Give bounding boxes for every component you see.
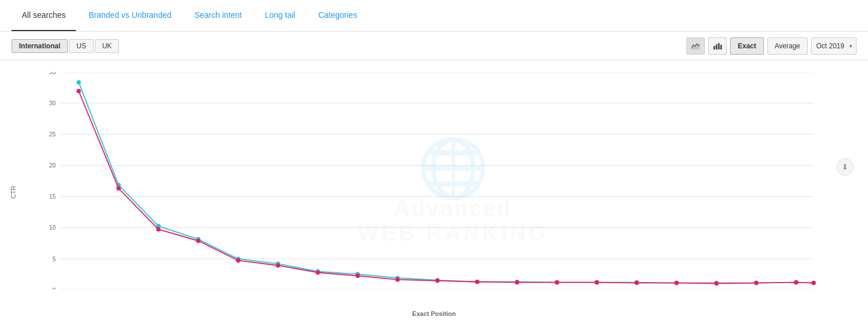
pink-line — [79, 91, 813, 283]
pink-dot-3 — [156, 227, 161, 232]
svg-rect-3 — [718, 43, 720, 49]
pink-dot-7 — [316, 270, 320, 275]
region-selector: International US UK — [11, 39, 119, 53]
svg-text:15: 15 — [49, 193, 56, 200]
area-chart-icon — [691, 41, 700, 51]
pink-dot-1 — [76, 89, 81, 93]
pink-dot-17 — [714, 281, 719, 286]
cyan-line — [79, 82, 813, 283]
region-international[interactable]: International — [11, 39, 68, 53]
region-us[interactable]: US — [69, 39, 94, 53]
date-selector[interactable]: Oct 2019 — [811, 37, 857, 55]
pink-dot-2 — [116, 186, 121, 190]
chart-svg: 35 30 25 20 15 10 5 0 1 2 3 4 5 6 7 8 9 … — [40, 72, 834, 289]
y-axis-labels: 35 30 25 20 15 10 5 0 — [49, 72, 56, 289]
exact-button[interactable]: Exact — [730, 37, 763, 55]
tab-search-intent[interactable]: Search intent — [184, 0, 252, 31]
cyan-dot-1 — [76, 80, 81, 85]
pink-dot-14 — [594, 280, 599, 285]
bar-chart-icon — [713, 41, 722, 51]
pink-dot-13 — [555, 280, 559, 285]
svg-rect-2 — [716, 44, 717, 49]
svg-text:30: 30 — [49, 100, 56, 106]
pink-dot-9 — [395, 277, 400, 282]
tab-long-tail[interactable]: Long tail — [255, 0, 306, 31]
y-axis-label: CTR — [10, 186, 17, 199]
controls-bar: International US UK Exact Average Oct 20… — [0, 32, 868, 60]
svg-text:0: 0 — [52, 287, 56, 289]
svg-rect-4 — [720, 45, 722, 49]
svg-text:5: 5 — [52, 256, 56, 262]
download-button[interactable]: ⬇ — [836, 158, 854, 176]
grid-lines — [60, 72, 814, 289]
tab-categories[interactable]: Categories — [308, 0, 368, 31]
x-axis-label: Exact Position — [412, 310, 456, 317]
svg-rect-1 — [713, 46, 715, 49]
pink-dot-8 — [355, 273, 360, 278]
svg-marker-0 — [692, 44, 700, 49]
pink-dot-16 — [674, 281, 679, 285]
right-controls: Exact Average Oct 2019 — [686, 37, 857, 55]
pink-dot-15 — [635, 281, 639, 285]
svg-text:20: 20 — [49, 162, 56, 169]
svg-text:25: 25 — [49, 131, 56, 138]
pink-dot-4 — [196, 239, 201, 243]
svg-text:35: 35 — [49, 72, 56, 75]
chart-area: CTR Exact Position 🌐 Advanced WEB RANKIN… — [0, 60, 868, 324]
pink-dot-10 — [435, 279, 440, 283]
pink-dot-20 — [812, 281, 816, 285]
pink-dot-12 — [515, 280, 520, 285]
area-chart-button[interactable] — [686, 37, 705, 55]
average-button[interactable]: Average — [767, 37, 808, 55]
pink-dot-18 — [754, 281, 759, 285]
pink-dot-11 — [475, 280, 479, 284]
tab-bar: All searches Branded vs Unbranded Search… — [0, 0, 868, 32]
pink-dot-5 — [236, 258, 240, 263]
region-uk[interactable]: UK — [95, 39, 120, 53]
tab-branded-unbranded[interactable]: Branded vs Unbranded — [78, 0, 182, 31]
bar-chart-button[interactable] — [708, 37, 727, 55]
pink-dot-6 — [276, 263, 281, 268]
pink-dot-19 — [794, 280, 798, 285]
svg-text:10: 10 — [49, 224, 56, 231]
date-wrapper: Oct 2019 — [811, 37, 857, 55]
tab-all-searches[interactable]: All searches — [11, 0, 76, 31]
